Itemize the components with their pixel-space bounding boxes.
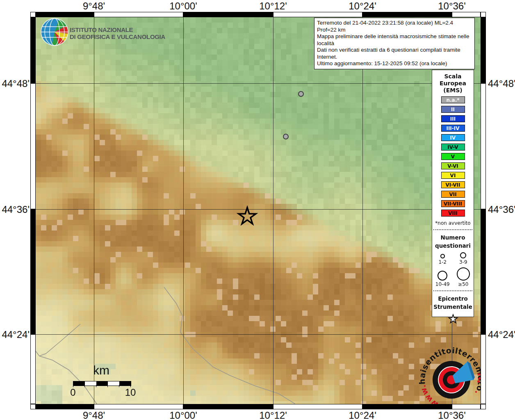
- questionnaire-size: ≥50: [454, 267, 473, 287]
- scalebar-segment: [119, 381, 131, 386]
- scalebar-tick: [119, 385, 119, 387]
- axis-label-bottom: 10°24': [340, 410, 385, 420]
- scalebar-unit-label: km: [81, 363, 122, 377]
- ingv-wordmark-line1: ISTITUTO NAZIONALE: [70, 26, 165, 33]
- scalebar-tick: [84, 385, 85, 387]
- frame-segment: [481, 334, 486, 404]
- epicenter-legend-star-icon: [447, 313, 459, 325]
- scalebar-segment: [73, 381, 85, 386]
- intensity-swatch: III: [441, 115, 465, 122]
- intensity-swatch: V-VI: [441, 162, 465, 169]
- observation-marker: [298, 91, 304, 97]
- frame-segment: [36, 404, 94, 409]
- info-box-line: Terremoto del 21-04-2022 23:21:58 (ora l…: [317, 20, 472, 33]
- intensity-swatch: III-IV: [441, 125, 465, 132]
- frame-segment: [30, 209, 36, 334]
- axis-label-top: 10°24': [340, 0, 385, 12]
- grid-line: [183, 17, 184, 404]
- intensity-swatch: VIII: [441, 210, 465, 217]
- questionnaires-symbols: 1-23-910-49≥50: [432, 252, 474, 287]
- frame-segment: [362, 12, 452, 17]
- axis-label-left: 44°24': [0, 329, 30, 340]
- intensity-swatch: VI: [441, 172, 465, 179]
- frame-segment: [30, 404, 36, 409]
- questionnaires-title: Numero questionari: [432, 233, 474, 250]
- intensity-swatch: IV-V: [441, 144, 465, 151]
- frame-segment: [94, 12, 183, 17]
- scalebar: [73, 381, 131, 386]
- scalebar-tick: [96, 385, 96, 387]
- scalebar-segment: [108, 381, 119, 386]
- axis-label-top: 10°12': [251, 0, 296, 12]
- questionnaire-circle-icon: [457, 267, 470, 281]
- scalebar-segment: [85, 381, 96, 386]
- svg-text:?: ?: [474, 371, 481, 386]
- intensity-swatch: VI-VII: [441, 181, 465, 188]
- questionnaire-label: ≥50: [454, 281, 473, 287]
- legend-footnote: *non avvertito: [432, 220, 474, 226]
- axis-label-top: 10°36': [429, 0, 474, 12]
- questionnaire-size: 10-49: [433, 271, 452, 287]
- info-box-line: Mappa preliminare delle intensità macros…: [317, 33, 472, 47]
- frame-segment: [36, 12, 94, 17]
- axis-label-right: 44°48': [488, 78, 515, 89]
- scalebar-start-label: 0: [64, 387, 82, 398]
- legend-divider: [433, 290, 472, 291]
- frame-segment: [30, 17, 36, 83]
- frame-segment: [30, 83, 36, 209]
- grid-line: [362, 17, 363, 404]
- scalebar-tick: [130, 385, 131, 387]
- questionnaire-size: 1-2: [433, 254, 452, 265]
- axis-label-bottom: 10°36': [429, 410, 474, 420]
- questionnaire-circle-icon: [438, 271, 447, 281]
- intensity-swatch: n.a.*: [441, 96, 465, 103]
- intensity-swatch: V: [441, 153, 465, 160]
- questionnaire-circle-icon: [460, 252, 466, 258]
- questionnaire-label: 10-49: [433, 281, 452, 287]
- earthquake-info-box: Terremoto del 21-04-2022 23:21:58 (ora l…: [314, 18, 475, 69]
- questionnaire-label: 1-2: [433, 259, 452, 265]
- scalebar-end-label: 10: [121, 387, 139, 398]
- legend-panel: Scala Europea (EMS) n.a.*IIIIIIII-IVIVIV…: [432, 70, 474, 317]
- frame-segment: [273, 404, 362, 409]
- observation-marker: [283, 134, 289, 139]
- legend-divider: [433, 229, 472, 230]
- grid-line: [36, 83, 481, 84]
- frame-segment: [183, 12, 273, 17]
- frame-segment: [30, 12, 36, 17]
- intensity-swatch: II: [441, 106, 465, 113]
- questionnaire-size: 3-9: [454, 252, 473, 265]
- scalebar-segment: [96, 381, 108, 386]
- frame-segment: [30, 334, 36, 404]
- grid-line: [273, 17, 273, 404]
- frame-segment: [481, 12, 486, 17]
- epicenter-legend-title: Epicentro Strumentale: [432, 294, 474, 311]
- scalebar-tick: [107, 385, 108, 387]
- frame-segment: [362, 404, 452, 409]
- epicenter-star-icon: [236, 205, 258, 228]
- axis-label-top: 9°48': [71, 0, 116, 12]
- frame-segment: [481, 404, 486, 409]
- intensity-swatch: VII-VIII: [441, 200, 465, 207]
- axis-label-right: 44°36': [488, 204, 515, 215]
- frame-segment: [452, 12, 481, 17]
- intensity-swatch: VII: [441, 191, 465, 198]
- frame-segment: [94, 404, 183, 409]
- frame-segment: [481, 17, 486, 83]
- frame-segment: [481, 209, 486, 334]
- info-box-line: Ultimo aggiornamento: 15-12-2025 09:52 (…: [317, 60, 472, 67]
- frame-segment: [273, 12, 362, 17]
- grid-line: [94, 17, 94, 404]
- info-box-line: Dati non verificati estratti da 6 questi…: [317, 47, 472, 60]
- ingv-shakemap-page: { "info_box": { "lines": [ "Terremoto de…: [0, 0, 515, 420]
- questionnaire-row: 1-23-9: [432, 252, 474, 265]
- axis-label-right: 44°24': [488, 329, 515, 340]
- axis-label-bottom: 10°12': [251, 410, 296, 420]
- legend-title: Scala Europea (EMS): [432, 73, 474, 94]
- terrain-map: ISTITUTO NAZIONALE DI GEOFISICA E VULCAN…: [36, 17, 481, 404]
- frame-segment: [481, 83, 486, 209]
- axis-label-top: 10°00': [161, 0, 206, 12]
- intensity-swatch: IV: [441, 134, 465, 141]
- axis-label-left: 44°48': [0, 78, 30, 89]
- questionnaire-row: 10-49≥50: [432, 267, 474, 287]
